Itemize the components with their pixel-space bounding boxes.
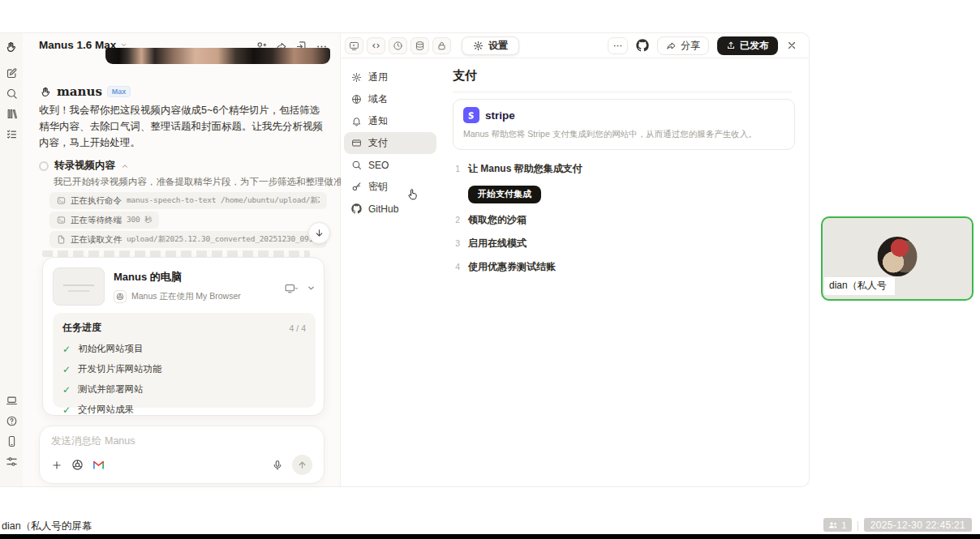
settings-nav-payments[interactable]: 支付 bbox=[344, 132, 436, 154]
nav-label: 通用 bbox=[368, 71, 388, 84]
start-payment-integration-button[interactable]: 开始支付集成 bbox=[468, 186, 541, 203]
lock-button[interactable] bbox=[432, 37, 451, 54]
task-item-label: 初始化网站项目 bbox=[78, 343, 144, 355]
task-item-label: 测试并部署网站 bbox=[78, 383, 144, 396]
spinner-icon bbox=[39, 161, 49, 171]
manus-logo-icon[interactable] bbox=[5, 41, 18, 53]
command-row[interactable]: 正在执行命令 manus-speech-to-text /home/ubuntu… bbox=[49, 192, 327, 209]
settings-nav: 通用 域名 通知 支付 bbox=[341, 58, 440, 228]
computer-card-title: Manus 的电脑 bbox=[114, 270, 241, 284]
settings-nav-general[interactable]: 通用 bbox=[344, 66, 436, 88]
command-row[interactable]: 正在读取文件 upload/新2025.12.30_converted_2025… bbox=[49, 231, 327, 248]
step-section-desc: 我已开始转录视频内容，准备提取精华片段，为下一步筛选和整理做准备。 bbox=[54, 176, 362, 188]
task-progress-panel: 任务进度 4 / 4 ✓ 初始化网站项目 ✓ 开发切片库网站功能 ✓ 测试并部署… bbox=[53, 313, 316, 408]
key-icon bbox=[351, 182, 362, 192]
nav-label: 通知 bbox=[368, 114, 388, 128]
history-button[interactable] bbox=[389, 37, 407, 54]
github-icon bbox=[351, 203, 362, 214]
max-badge: Max bbox=[107, 86, 131, 97]
computer-preview-thumbnail[interactable] bbox=[53, 267, 105, 306]
terminal-icon bbox=[57, 196, 66, 205]
settings-button[interactable]: 设置 bbox=[462, 36, 519, 55]
send-button[interactable] bbox=[292, 455, 312, 475]
library-button[interactable] bbox=[5, 107, 18, 120]
nav-label: GitHub bbox=[368, 203, 398, 215]
gmail-chip-icon[interactable] bbox=[92, 460, 105, 470]
message-input[interactable] bbox=[51, 435, 312, 447]
stripe-logo-icon bbox=[463, 107, 479, 123]
more-options-button[interactable] bbox=[608, 37, 628, 54]
message-composer bbox=[39, 426, 325, 484]
help-button[interactable] bbox=[5, 414, 18, 427]
computer-card-subtitle: Manus 正在使用 My Browser bbox=[131, 291, 241, 302]
nav-label: SEO bbox=[368, 160, 389, 171]
mic-button[interactable] bbox=[272, 460, 283, 471]
database-button[interactable] bbox=[410, 37, 429, 54]
upload-icon bbox=[726, 41, 736, 50]
payment-steps: 1 让 Manus 帮助您集成支付 开始支付集成 2 领取您的沙箱 3 启用在线… bbox=[453, 162, 793, 274]
app-sidebar bbox=[0, 33, 23, 486]
github-icon[interactable] bbox=[636, 39, 649, 52]
step-number: 3 bbox=[453, 238, 460, 248]
task-item-label: 交付网站成果 bbox=[78, 404, 134, 416]
command-action: 正在读取文件 bbox=[71, 234, 122, 246]
payment-title: 支付 bbox=[453, 68, 793, 92]
command-action: 正在执行命令 bbox=[71, 195, 122, 207]
check-icon: ✓ bbox=[62, 344, 71, 354]
preferences-button[interactable] bbox=[5, 455, 18, 468]
browser-icon bbox=[114, 290, 127, 303]
gear-icon bbox=[351, 72, 362, 83]
terminal-icon bbox=[57, 216, 66, 225]
workspace-toolbar: 设置 分享 bbox=[341, 33, 809, 58]
separator: | bbox=[857, 520, 859, 531]
screen-share-label: dian（私人号的屏幕 bbox=[2, 520, 92, 533]
settings-nav-domain[interactable]: 域名 bbox=[344, 88, 436, 110]
settings-nav-notifications[interactable]: 通知 bbox=[344, 110, 436, 132]
tasks-button[interactable] bbox=[5, 127, 18, 140]
credit-card-icon bbox=[351, 138, 362, 148]
webcam-avatar bbox=[878, 237, 918, 276]
share-button[interactable]: 分享 bbox=[657, 36, 709, 55]
scroll-to-bottom-button[interactable] bbox=[308, 222, 330, 244]
task-item-label: 开发切片库网站功能 bbox=[78, 363, 162, 375]
check-icon: ✓ bbox=[62, 385, 71, 395]
share-button-label: 分享 bbox=[681, 39, 700, 53]
collapse-chevron-icon[interactable] bbox=[307, 271, 316, 306]
published-button[interactable]: 已发布 bbox=[717, 36, 778, 55]
code-view-button[interactable] bbox=[367, 37, 385, 54]
workspace-panel: 设置 分享 bbox=[341, 33, 809, 486]
task-item: ✓ 交付网站成果 bbox=[62, 404, 306, 416]
stripe-provider-card: stripe Manus 帮助您将 Stripe 支付集成到您的网站中，从而通过… bbox=[453, 99, 795, 150]
agent-name: manus bbox=[57, 84, 102, 99]
settings-nav-seo[interactable]: SEO bbox=[344, 154, 436, 176]
computer-card: Manus 的电脑 Manus 正在使用 My Browser bbox=[42, 257, 325, 416]
step-text: 使用优惠券测试结账 bbox=[468, 260, 556, 274]
video-thumbnail[interactable] bbox=[105, 48, 330, 64]
globe-icon bbox=[351, 94, 362, 105]
check-icon: ✓ bbox=[62, 365, 71, 374]
viewer-count: 1 bbox=[841, 520, 846, 530]
step-section-header[interactable]: 转录视频内容 bbox=[39, 159, 129, 173]
settings-nav-secrets[interactable]: 密钥 bbox=[344, 176, 436, 198]
laptop-button[interactable] bbox=[5, 394, 18, 407]
manus-logo-icon bbox=[39, 85, 52, 98]
preview-app-button[interactable] bbox=[345, 37, 363, 54]
gear-icon bbox=[473, 41, 484, 51]
payment-step: 1 让 Manus 帮助您集成支付 bbox=[453, 162, 793, 176]
webcam-participant-label: dian（私人号 bbox=[824, 277, 895, 295]
close-button[interactable] bbox=[786, 40, 797, 51]
settings-nav-github[interactable]: GitHub bbox=[344, 198, 436, 220]
step-text: 让 Manus 帮助您集成支付 bbox=[468, 162, 582, 176]
webcam-overlay[interactable]: dian（私人号 bbox=[821, 216, 974, 301]
session-title: Manus 1.6 Max bbox=[39, 39, 116, 51]
search-button[interactable] bbox=[5, 87, 18, 100]
bell-icon bbox=[351, 116, 362, 126]
mobile-button[interactable] bbox=[5, 434, 18, 447]
chevron-up-icon[interactable] bbox=[121, 162, 129, 170]
browser-chip-icon[interactable] bbox=[71, 459, 84, 471]
monitor-toggle-icon[interactable] bbox=[285, 271, 298, 306]
command-row[interactable]: 正在等待终端 300 秒 bbox=[49, 212, 159, 229]
attach-plus-button[interactable] bbox=[51, 460, 62, 471]
file-icon bbox=[57, 235, 66, 244]
compose-button[interactable] bbox=[5, 66, 18, 79]
